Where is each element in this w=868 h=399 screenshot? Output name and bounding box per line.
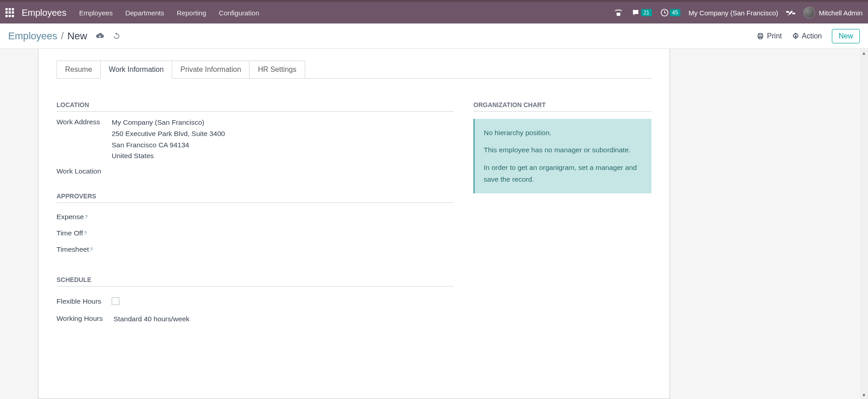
svg-point-2: [618, 15, 619, 15]
help-icon[interactable]: ?: [90, 247, 93, 252]
nav-link-reporting[interactable]: Reporting: [177, 9, 206, 17]
nav-link-departments[interactable]: Departments: [125, 9, 164, 17]
vertical-scrollbar[interactable]: ▲ ▼: [860, 49, 868, 399]
label-work-address: Work Address: [57, 117, 112, 126]
section-title-location: LOCATION: [57, 101, 453, 112]
tabs: Resume Work Information Private Informat…: [57, 61, 670, 79]
svg-point-8: [795, 35, 797, 37]
breadcrumb: Employees / New: [8, 30, 87, 42]
section-title-org-chart: ORGANIZATION CHART: [473, 101, 651, 112]
avatar: [803, 7, 815, 19]
label-timesheet: Timesheet: [57, 245, 89, 253]
app-brand[interactable]: Employees: [22, 8, 66, 18]
svg-point-3: [619, 15, 620, 15]
label-working-hours: Working Hours: [57, 314, 113, 323]
discard-icon[interactable]: [113, 32, 121, 40]
org-chart-alert: No hierarchy position. This employee has…: [473, 119, 651, 193]
action-button[interactable]: Action: [792, 32, 822, 40]
tab-resume[interactable]: Resume: [57, 61, 101, 79]
tab-hr-settings[interactable]: HR Settings: [249, 61, 305, 79]
user-name: Mitchell Admin: [819, 9, 863, 17]
control-panel: Employees / New Print Action New: [0, 23, 868, 49]
breadcrumb-root[interactable]: Employees: [8, 30, 57, 42]
help-icon[interactable]: ?: [84, 230, 87, 236]
new-button[interactable]: New: [832, 29, 860, 43]
form-sheet: Resume Work Information Private Informat…: [38, 49, 670, 399]
checkbox-flexible-hours[interactable]: [112, 297, 119, 305]
label-timeoff: Time Off: [57, 229, 83, 237]
label-flexible-hours: Flexible Hours: [57, 296, 112, 305]
user-menu[interactable]: Mitchell Admin: [803, 7, 863, 19]
activities-icon[interactable]: 45: [660, 8, 680, 17]
nav-link-employees[interactable]: Employees: [79, 9, 113, 17]
breadcrumb-sep: /: [61, 30, 64, 42]
label-work-location: Work Location: [57, 166, 112, 175]
debug-icon[interactable]: [786, 8, 795, 17]
value-work-address[interactable]: My Company (San Francisco) 250 Executive…: [112, 117, 225, 162]
help-icon[interactable]: ?: [85, 214, 87, 220]
tab-work-information[interactable]: Work Information: [100, 61, 173, 79]
company-switcher[interactable]: My Company (San Francisco): [689, 9, 778, 17]
section-title-schedule: SCHEDULE: [57, 276, 453, 286]
section-title-approvers: APPROVERS: [57, 192, 453, 203]
breadcrumb-leaf: New: [67, 30, 87, 42]
svg-point-1: [617, 15, 618, 15]
scroll-down-icon[interactable]: ▼: [860, 391, 868, 399]
phone-icon[interactable]: [614, 8, 623, 17]
activities-badge: 45: [670, 9, 680, 16]
nav-link-configuration[interactable]: Configuration: [219, 9, 259, 17]
messages-icon[interactable]: 21: [631, 9, 651, 17]
value-working-hours[interactable]: Standard 40 hours/week: [113, 314, 189, 325]
tab-private-information[interactable]: Private Information: [172, 61, 250, 79]
messages-badge: 21: [641, 9, 651, 16]
nav-links: Employees Departments Reporting Configur…: [79, 9, 259, 17]
svg-rect-0: [617, 13, 620, 15]
apps-icon[interactable]: [5, 8, 14, 17]
cloud-save-icon[interactable]: [95, 33, 104, 40]
scroll-up-icon[interactable]: ▲: [860, 49, 868, 57]
label-expense: Expense: [57, 213, 84, 221]
navbar: Employees Employees Departments Reportin…: [0, 2, 868, 23]
print-button[interactable]: Print: [756, 32, 782, 40]
